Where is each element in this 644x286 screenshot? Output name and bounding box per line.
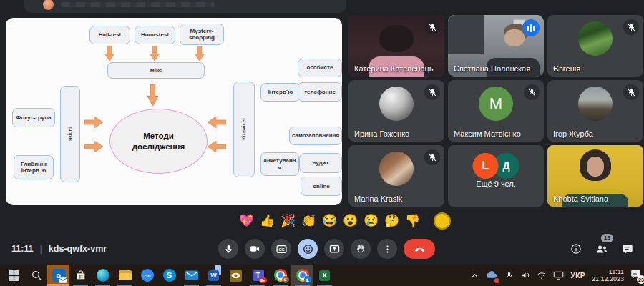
participant-count-badge: 18: [601, 234, 613, 242]
taskbar-chrome-meet-button[interactable]: [291, 265, 313, 286]
zoom-icon: zm: [141, 269, 154, 282]
action-center-button[interactable]: 23: [630, 269, 641, 282]
chat-button[interactable]: [621, 242, 634, 255]
taskbar-file-explorer-button[interactable]: [114, 265, 136, 286]
smiley-icon: [302, 243, 314, 255]
participant-tile-katerina[interactable]: Катерина Котеленець: [348, 15, 444, 77]
participant-name: Светлана Полонская: [454, 64, 530, 73]
reactions-button[interactable]: [298, 239, 318, 259]
raise-hand-button[interactable]: [351, 239, 371, 259]
tray-clock[interactable]: 11:11 21.12.2023: [592, 268, 624, 283]
taskbar-word-button[interactable]: W: [203, 265, 225, 286]
reaction-clap[interactable]: 👏: [301, 212, 317, 230]
end-call-button[interactable]: [404, 239, 435, 259]
ms-store-icon: [75, 270, 87, 281]
participant-name: Khobta Svitlana: [553, 194, 608, 203]
present-button[interactable]: [324, 239, 344, 259]
diagram-box-phone: телефонне: [298, 82, 342, 102]
reaction-party[interactable]: 🎉: [280, 212, 296, 230]
people-button[interactable]: 18: [595, 242, 609, 256]
mic-button[interactable]: [218, 239, 238, 259]
file-explorer-icon: [119, 270, 132, 280]
taskbar-zoom-button[interactable]: zm: [136, 265, 158, 286]
taskbar-chrome-button[interactable]: S: [269, 265, 291, 286]
tray-display-icon[interactable]: [553, 271, 564, 280]
skin-tone-picker[interactable]: [434, 212, 451, 230]
participant-tile-yevheniia[interactable]: Євгенія: [547, 15, 643, 77]
presenter-banner[interactable]: [24, 0, 346, 13]
more-people-label: Ещё 9 чел.: [448, 179, 544, 188]
avatar-initial: M: [479, 87, 513, 121]
participant-name: Ирина Гоженко: [354, 129, 409, 138]
camera-button[interactable]: [245, 239, 265, 259]
meeting-panel-buttons: 18: [570, 242, 634, 256]
participant-grid: Катерина Котеленець Светлана Полонская Є…: [348, 15, 644, 207]
search-icon: [31, 270, 42, 281]
taskbar-mail-button[interactable]: [180, 265, 203, 286]
taskbar-store-button[interactable]: [69, 265, 92, 286]
language-indicator[interactable]: УКР: [570, 272, 585, 280]
mic-muted-icon: [424, 149, 440, 165]
taskbar-viewer-button[interactable]: [225, 265, 247, 286]
info-button[interactable]: [570, 242, 582, 255]
reaction-laugh[interactable]: 😂: [321, 212, 338, 230]
mic-icon: [223, 244, 234, 255]
participant-tile-khobta[interactable]: Khobta Svitlana: [547, 145, 643, 207]
arrow-down-icon: [150, 46, 160, 61]
taskbar-search-button[interactable]: [25, 265, 47, 286]
tray-network-icon[interactable]: [537, 270, 547, 280]
diagram-box-focus-group: Фокус-група: [12, 108, 55, 127]
reaction-surprised[interactable]: 😮: [342, 212, 358, 230]
teams-badge: 9+: [259, 277, 267, 283]
shared-presentation: Hall-test Home-test Mystery-shopping мік…: [6, 18, 342, 205]
reaction-thumbs-up[interactable]: 👍: [259, 212, 275, 230]
participant-tile-svetlana[interactable]: Светлана Полонская: [448, 15, 544, 77]
diagram-box-home-test: Home-test: [135, 26, 175, 44]
captions-button[interactable]: CC: [271, 239, 291, 259]
reaction-thinking[interactable]: 🤔: [384, 212, 400, 230]
tray-volume-icon[interactable]: [520, 270, 530, 280]
diagram-center-ellipse: Методи дослідження: [109, 109, 208, 174]
participant-name: Marina Krasik: [354, 194, 402, 203]
reaction-cry[interactable]: 😢: [363, 212, 379, 230]
people-icon: [595, 242, 609, 256]
teams-icon: T 9+: [253, 270, 264, 281]
arrow-down-icon: [195, 46, 205, 61]
participant-tile-more-people[interactable]: L Д Ещё 9 чел.: [448, 145, 544, 207]
taskbar-excel-button[interactable]: X: [313, 265, 336, 286]
mic-muted-icon: [524, 84, 540, 100]
arrow-left-icon: [208, 141, 226, 152]
participant-name: Євгенія: [553, 64, 580, 73]
taskbar-outlook-button[interactable]: o: [47, 265, 69, 286]
outlook-icon: o: [52, 269, 65, 282]
excel-icon: X: [319, 270, 330, 281]
more-options-button[interactable]: [377, 239, 397, 259]
participant-name: Катерина Котеленець: [354, 64, 434, 73]
reaction-thumbs-down[interactable]: 👎: [404, 212, 421, 230]
diagram-box-online: online: [301, 177, 342, 196]
tray-time: 11:11: [592, 268, 624, 276]
participant-tile-marina[interactable]: Marina Krasik: [348, 145, 444, 207]
mic-muted-icon: [424, 84, 440, 100]
taskbar-skype-button[interactable]: S: [158, 265, 180, 286]
onedrive-icon[interactable]: [486, 269, 498, 282]
participant-tile-irina[interactable]: Ирина Гоженко: [348, 80, 444, 142]
windows-taskbar: o zm S W T 9+: [0, 265, 644, 286]
avatar-letter: L: [473, 153, 499, 179]
taskbar-edge-button[interactable]: [92, 265, 114, 286]
kebab-menu-icon: [382, 244, 393, 255]
participant-tile-maksym[interactable]: M Максим Матвієнко: [448, 80, 544, 142]
reaction-heart[interactable]: 💖: [238, 212, 255, 230]
participant-tile-ihor[interactable]: Ігор Журба: [547, 80, 643, 142]
system-tray: УКР 11:11 21.12.2023 23: [470, 265, 641, 286]
taskbar-teams-button[interactable]: T 9+: [247, 265, 269, 286]
tray-chevron-icon[interactable]: [470, 271, 479, 280]
tray-mic-icon[interactable]: [504, 271, 514, 280]
gold-eye-icon: [230, 270, 242, 282]
avatar: [578, 87, 613, 121]
start-button[interactable]: [3, 265, 25, 286]
diagram-box-hall-test: Hall-test: [89, 26, 130, 44]
presenter-banner-text: [61, 2, 215, 7]
chrome-profile-badge: S: [282, 276, 289, 283]
mic-muted-icon: [623, 84, 639, 100]
